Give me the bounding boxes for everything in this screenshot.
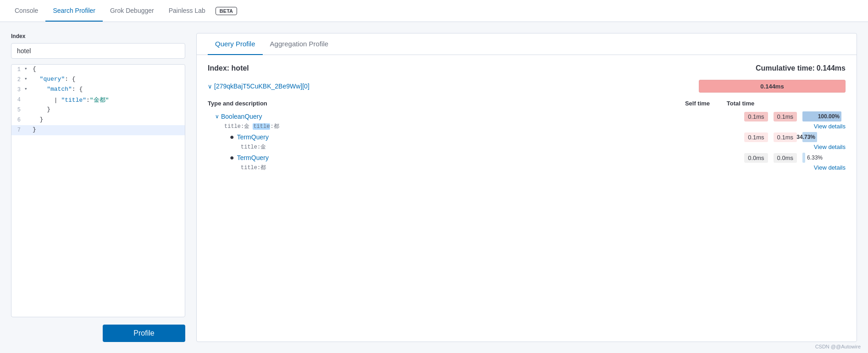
tab-bar: Query Profile Aggregation Profile xyxy=(197,33,857,55)
term-query-2-desc: title:都 xyxy=(241,164,266,171)
beta-badge: BETA xyxy=(216,7,237,15)
code-content-5: } xyxy=(31,106,185,113)
term-query-1-bullet: ● xyxy=(230,133,234,141)
line-num-7: 7 xyxy=(11,126,24,133)
shard-bar: 0.144ms xyxy=(699,80,846,93)
term-query-2-metrics: 0.0ms 0.0ms 6.33% xyxy=(742,153,846,163)
term-query-1-type: TermQuery xyxy=(237,133,269,141)
boolean-query-section: ∨ BooleanQuery 0.1ms 0.1ms 100.00% title… xyxy=(208,111,846,130)
line-num-6: 6 xyxy=(11,116,24,123)
index-title: Index: hotel xyxy=(208,64,249,72)
term2-pct-bar-container: 6.33% xyxy=(802,153,844,163)
line-toggle-2[interactable]: ▾ xyxy=(24,76,31,82)
term2-total-time: 0.0ms xyxy=(774,153,797,163)
code-content-1: { xyxy=(31,66,185,72)
nav-painless-lab[interactable]: Painless Lab xyxy=(161,0,213,22)
line-num-4: 4 xyxy=(11,96,24,103)
term2-view-details[interactable]: View details xyxy=(804,164,846,171)
term-query-1-section: ● TermQuery 0.1ms 0.1ms 34.73% title:金 xyxy=(208,132,846,151)
index-header: Index: hotel Cumulative time: 0.144ms xyxy=(208,64,846,72)
term-query-2-bullet: ● xyxy=(230,154,234,162)
shard-name[interactable]: [279qkBajT5CuKBK_2Be9Ww][0] xyxy=(214,83,310,90)
line-toggle-3[interactable]: ▾ xyxy=(24,86,31,92)
term-query-2-type: TermQuery xyxy=(237,154,269,161)
boolean-query-desc-row: title:金 title:都 View details xyxy=(208,122,846,130)
index-title-name: hotel xyxy=(232,64,249,72)
line-toggle-6 xyxy=(24,116,31,121)
shard-row: ∨ [279qkBajT5CuKBK_2Be9Ww][0] 0.144ms xyxy=(208,80,846,93)
boolean-query-toggle[interactable]: ∨ xyxy=(215,113,219,120)
code-content-4: | "title":"金都" xyxy=(31,96,185,104)
nav-console[interactable]: Console xyxy=(7,0,45,22)
term-query-1-row: ● TermQuery 0.1ms 0.1ms 34.73% xyxy=(208,132,846,142)
term2-pct-bar xyxy=(802,153,805,163)
total-time-header: Total time xyxy=(720,100,761,107)
term1-view-details[interactable]: View details xyxy=(804,143,846,150)
profile-button[interactable]: Profile xyxy=(103,325,185,342)
nav-grok-debugger[interactable]: Grok Debugger xyxy=(103,0,161,22)
line-toggle-1[interactable]: ▾ xyxy=(24,66,31,72)
type-desc-header: Type and description xyxy=(208,100,677,107)
code-editor[interactable]: 1 ▾ { 2 ▾ "query": { 3 ▾ "match": { 4 | … xyxy=(11,64,185,317)
line-toggle-5 xyxy=(24,106,31,111)
term1-pct-bar: 34.73% xyxy=(802,132,817,142)
nav-search-profiler[interactable]: Search Profiler xyxy=(45,0,103,22)
boolean-pct-bar: 100.00% xyxy=(802,111,841,121)
cumulative-time-label: Cumulative time: xyxy=(756,64,815,72)
term-query-1-desc-row: title:金 View details xyxy=(208,143,846,151)
code-content-6: } xyxy=(31,116,185,123)
self-time-header: Self time xyxy=(677,100,718,107)
term-query-2-row: ● TermQuery 0.0ms 0.0ms 6.33% xyxy=(208,153,846,163)
index-title-label: Index: xyxy=(208,64,229,72)
term2-pct-bar-wrapper: 6.33% xyxy=(802,153,841,163)
code-line-1: 1 ▾ { xyxy=(11,65,185,75)
code-line-4: 4 | "title":"金都" xyxy=(11,95,185,105)
term2-pct-label: 6.33% xyxy=(807,154,823,161)
boolean-query-label: ∨ BooleanQuery xyxy=(208,113,742,120)
tab-query-profile[interactable]: Query Profile xyxy=(208,33,263,55)
cumulative-time-value: 0.144ms xyxy=(817,64,846,72)
shard-toggle[interactable]: ∨ xyxy=(208,83,212,90)
term-query-1-desc: title:金 xyxy=(241,143,266,151)
boolean-query-metrics: 0.1ms 0.1ms 100.00% xyxy=(742,111,846,121)
term-query-2-label: ● TermQuery xyxy=(208,154,742,162)
code-content-2: "query": { xyxy=(31,76,185,83)
watermark: CSDN @@Autowire xyxy=(815,344,861,349)
index-input[interactable] xyxy=(11,43,185,59)
line-toggle-7 xyxy=(24,126,31,132)
tab-aggregation-profile[interactable]: Aggregation Profile xyxy=(263,33,336,55)
line-num-3: 3 xyxy=(11,86,24,93)
cumulative-time: Cumulative time: 0.144ms xyxy=(756,64,846,72)
top-nav: Console Search Profiler Grok Debugger Pa… xyxy=(0,0,868,22)
term2-self-time: 0.0ms xyxy=(744,153,768,163)
boolean-query-row: ∨ BooleanQuery 0.1ms 0.1ms 100.00% xyxy=(208,111,846,121)
boolean-self-time: 0.1ms xyxy=(744,112,768,121)
line-num-1: 1 xyxy=(11,66,24,73)
line-num-5: 5 xyxy=(11,106,24,113)
term1-pct-bar-container: 34.73% xyxy=(802,132,844,142)
term1-self-time: 0.1ms xyxy=(744,132,768,142)
boolean-query-type: BooleanQuery xyxy=(221,113,262,120)
code-line-3: 3 ▾ "match": { xyxy=(11,85,185,95)
code-content-3: "match": { xyxy=(31,86,185,93)
profile-content: Index: hotel Cumulative time: 0.144ms ∨ … xyxy=(197,55,857,342)
line-num-2: 2 xyxy=(11,76,24,83)
code-line-7: 7 } xyxy=(11,125,185,135)
term-query-2-view: View details xyxy=(675,164,846,171)
term-query-2-section: ● TermQuery 0.0ms 0.0ms 6.33% xyxy=(208,153,846,171)
col-header-row: Type and description Self time Total tim… xyxy=(208,98,846,109)
boolean-pct-bar-container: 100.00% xyxy=(802,111,844,121)
boolean-query-desc: title:金 title:都 xyxy=(224,122,279,130)
term-query-2-desc-row: title:都 View details xyxy=(208,164,846,171)
line-toggle-4 xyxy=(24,96,31,101)
term-query-1-label: ● TermQuery xyxy=(208,133,742,141)
boolean-view-details[interactable]: View details xyxy=(804,123,846,130)
boolean-total-time: 0.1ms xyxy=(774,112,797,121)
code-line-6: 6 } xyxy=(11,115,185,125)
left-panel: Index 1 ▾ { 2 ▾ "query": { 3 ▾ "match": … xyxy=(11,33,185,342)
term-query-1-view: View details xyxy=(675,143,846,150)
boolean-query-view: View details xyxy=(675,123,846,130)
main-content: Index 1 ▾ { 2 ▾ "query": { 3 ▾ "match": … xyxy=(0,22,868,353)
index-label: Index xyxy=(11,33,185,39)
code-line-5: 5 } xyxy=(11,105,185,115)
